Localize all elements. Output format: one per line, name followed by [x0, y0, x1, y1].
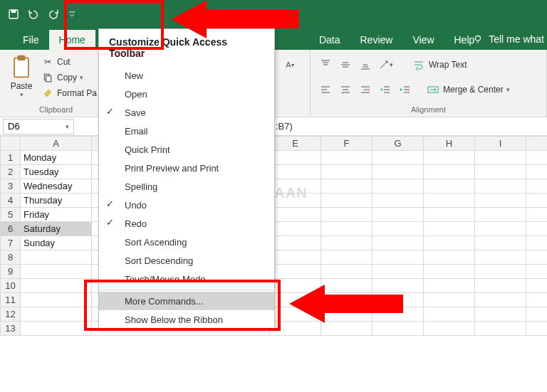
cell[interactable]: Monday — [21, 151, 92, 165]
col-header[interactable]: E — [270, 137, 321, 151]
cell[interactable] — [424, 307, 475, 322]
cell[interactable] — [526, 279, 548, 293]
cell[interactable] — [321, 307, 373, 322]
cell[interactable] — [373, 250, 424, 265]
cell[interactable] — [526, 179, 548, 194]
row-header[interactable]: 12 — [1, 307, 21, 322]
cell[interactable] — [526, 265, 548, 279]
cell[interactable] — [475, 322, 526, 336]
tab-data[interactable]: Data — [309, 30, 350, 50]
cell[interactable] — [270, 151, 321, 165]
cell[interactable] — [373, 265, 424, 279]
cell[interactable] — [373, 293, 424, 307]
select-all-corner[interactable] — [1, 137, 21, 151]
cell[interactable] — [526, 165, 548, 179]
cell[interactable] — [424, 194, 475, 208]
row-header[interactable]: 9 — [1, 265, 21, 279]
align-bottom-button[interactable] — [358, 57, 373, 73]
copy-button[interactable]: Copy▾ — [41, 70, 97, 85]
cell[interactable] — [424, 179, 475, 194]
menu-item-sort-descending[interactable]: Sort Descending — [99, 251, 274, 270]
cell[interactable] — [424, 250, 475, 265]
cell[interactable] — [270, 250, 321, 265]
cell[interactable] — [373, 194, 424, 208]
row-header[interactable]: 11 — [1, 293, 21, 307]
cell[interactable]: Wednesday — [21, 179, 92, 194]
cell[interactable] — [373, 307, 424, 322]
cell[interactable] — [526, 208, 548, 222]
cell[interactable] — [21, 279, 92, 293]
cell[interactable] — [270, 322, 321, 336]
shrink-font-button[interactable]: A▾ — [282, 57, 298, 73]
cell[interactable]: Thursday — [21, 194, 92, 208]
cell[interactable] — [321, 194, 373, 208]
cell[interactable] — [475, 194, 526, 208]
cell[interactable] — [475, 279, 526, 293]
cell[interactable] — [475, 236, 526, 250]
menu-item-quick-print[interactable]: Quick Print — [99, 140, 274, 159]
cell[interactable] — [321, 222, 373, 236]
chevron-down-icon[interactable]: ▾ — [20, 91, 24, 98]
cell[interactable] — [270, 307, 321, 322]
cell[interactable] — [475, 179, 526, 194]
row-header[interactable]: 2 — [1, 165, 21, 179]
menu-show-below-ribbon[interactable]: Show Below the Ribbon — [99, 310, 274, 329]
cell[interactable] — [373, 322, 424, 336]
cell[interactable] — [373, 208, 424, 222]
cell[interactable] — [373, 179, 424, 194]
menu-item-spelling[interactable]: Spelling — [99, 177, 274, 196]
cell[interactable] — [424, 222, 475, 236]
cell[interactable] — [373, 165, 424, 179]
cell[interactable] — [321, 208, 373, 222]
cell[interactable] — [270, 293, 321, 307]
align-top-button[interactable] — [318, 57, 333, 73]
col-header[interactable]: G — [373, 137, 424, 151]
cell[interactable] — [270, 208, 321, 222]
tell-me[interactable]: Tell me what — [472, 28, 544, 50]
menu-item-email[interactable]: Email — [99, 122, 274, 140]
align-middle-button[interactable] — [338, 57, 353, 73]
menu-item-redo[interactable]: ✓Redo — [99, 214, 274, 233]
cell[interactable] — [321, 322, 373, 336]
cell[interactable]: Tuesday — [21, 165, 92, 179]
row-header[interactable]: 4 — [1, 194, 21, 208]
row-header[interactable]: 1 — [1, 151, 21, 165]
tab-home[interactable]: Home — [49, 30, 95, 50]
cell[interactable] — [21, 307, 92, 322]
cell[interactable] — [424, 208, 475, 222]
col-header[interactable]: I — [475, 137, 526, 151]
cell[interactable] — [321, 279, 373, 293]
cell[interactable] — [475, 250, 526, 265]
cell[interactable] — [270, 194, 321, 208]
cell[interactable] — [270, 265, 321, 279]
tab-review[interactable]: Review — [350, 30, 403, 50]
autosave-icon[interactable] — [6, 6, 21, 22]
cell[interactable] — [21, 293, 92, 307]
menu-item-print-preview-and-print[interactable]: Print Preview and Print — [99, 159, 274, 177]
cell[interactable]: Sunday — [21, 236, 92, 250]
align-right-button[interactable] — [358, 82, 373, 97]
cell[interactable] — [373, 151, 424, 165]
chevron-down-icon[interactable]: ▾ — [66, 123, 69, 130]
cell[interactable] — [424, 279, 475, 293]
cell[interactable] — [526, 322, 548, 336]
name-box[interactable]: D6 ▾ — [3, 119, 74, 134]
menu-item-undo[interactable]: ✓Undo — [99, 196, 274, 214]
menu-item-touch-mouse-mode[interactable]: Touch/Mouse Mode — [99, 270, 274, 288]
col-header[interactable]: J — [526, 137, 548, 151]
cell[interactable] — [321, 250, 373, 265]
tab-view[interactable]: View — [402, 30, 444, 50]
increase-indent-button[interactable] — [397, 82, 413, 97]
col-header[interactable]: F — [321, 137, 373, 151]
merge-center-button[interactable]: Merge & Center▾ — [426, 81, 510, 98]
align-center-button[interactable] — [338, 82, 353, 97]
cell[interactable] — [475, 151, 526, 165]
cell[interactable] — [270, 165, 321, 179]
menu-item-sort-ascending[interactable]: Sort Ascending — [99, 233, 274, 251]
cell[interactable] — [373, 236, 424, 250]
wrap-text-button[interactable]: Wrap Text — [412, 56, 467, 73]
cell[interactable] — [424, 293, 475, 307]
cell[interactable] — [424, 322, 475, 336]
cell[interactable]: Saturday — [21, 222, 92, 236]
cell[interactable] — [321, 236, 373, 250]
